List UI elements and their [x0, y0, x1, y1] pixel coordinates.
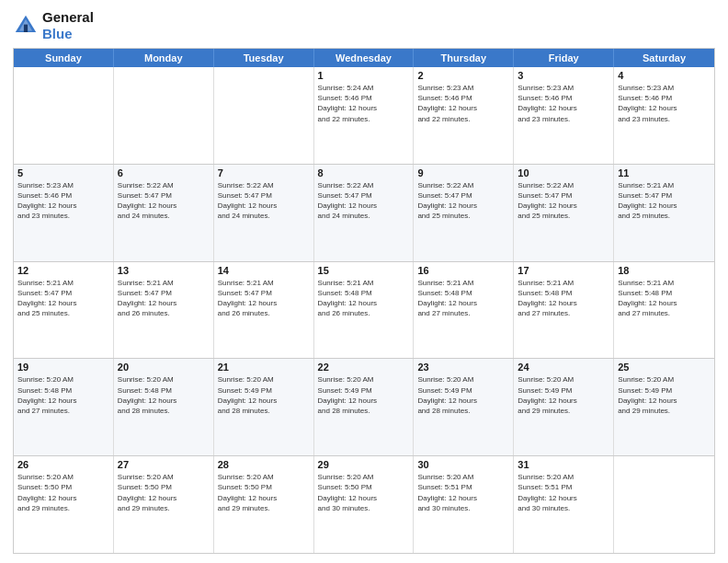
- day-info: Sunrise: 5:22 AM Sunset: 5:47 PM Dayligh…: [518, 180, 609, 222]
- logo-text: General Blue: [42, 9, 94, 42]
- day-header-saturday: Saturday: [614, 49, 714, 67]
- day-cell-31: 31Sunrise: 5:20 AM Sunset: 5:51 PM Dayli…: [514, 456, 614, 553]
- day-header-thursday: Thursday: [414, 49, 514, 67]
- day-info: Sunrise: 5:21 AM Sunset: 5:47 PM Dayligh…: [17, 278, 109, 319]
- day-cell-23: 23Sunrise: 5:20 AM Sunset: 5:49 PM Dayli…: [414, 359, 514, 455]
- svg-rect-2: [24, 25, 28, 32]
- day-cell-25: 25Sunrise: 5:20 AM Sunset: 5:49 PM Dayli…: [614, 359, 714, 455]
- empty-cell: [114, 67, 214, 164]
- day-info: Sunrise: 5:22 AM Sunset: 5:47 PM Dayligh…: [218, 180, 310, 222]
- day-number: 27: [118, 459, 210, 470]
- day-cell-20: 20Sunrise: 5:20 AM Sunset: 5:48 PM Dayli…: [114, 359, 214, 455]
- day-number: 26: [17, 459, 109, 470]
- day-info: Sunrise: 5:21 AM Sunset: 5:48 PM Dayligh…: [417, 278, 509, 319]
- page: General Blue SundayMondayTuesdayWednesda…: [0, 0, 728, 563]
- day-cell-27: 27Sunrise: 5:20 AM Sunset: 5:50 PM Dayli…: [114, 456, 214, 553]
- day-info: Sunrise: 5:21 AM Sunset: 5:48 PM Dayligh…: [318, 278, 410, 319]
- day-header-monday: Monday: [114, 49, 214, 67]
- day-number: 7: [218, 167, 310, 178]
- day-number: 23: [417, 362, 509, 373]
- day-cell-24: 24Sunrise: 5:20 AM Sunset: 5:49 PM Dayli…: [514, 359, 614, 455]
- empty-cell: [14, 67, 114, 164]
- day-cell-21: 21Sunrise: 5:20 AM Sunset: 5:49 PM Dayli…: [214, 359, 314, 455]
- day-number: 15: [318, 265, 410, 276]
- day-cell-15: 15Sunrise: 5:21 AM Sunset: 5:48 PM Dayli…: [314, 262, 415, 359]
- day-info: Sunrise: 5:23 AM Sunset: 5:46 PM Dayligh…: [518, 83, 609, 124]
- day-cell-17: 17Sunrise: 5:21 AM Sunset: 5:48 PM Dayli…: [514, 262, 614, 359]
- day-info: Sunrise: 5:24 AM Sunset: 5:46 PM Dayligh…: [318, 83, 410, 124]
- day-number: 22: [318, 362, 410, 373]
- day-info: Sunrise: 5:20 AM Sunset: 5:50 PM Dayligh…: [218, 472, 310, 513]
- calendar: SundayMondayTuesdayWednesdayThursdayFrid…: [13, 48, 715, 554]
- day-number: 31: [518, 459, 609, 470]
- day-number: 30: [417, 459, 509, 470]
- day-info: Sunrise: 5:21 AM Sunset: 5:47 PM Dayligh…: [218, 278, 310, 319]
- day-info: Sunrise: 5:21 AM Sunset: 5:48 PM Dayligh…: [618, 278, 711, 319]
- day-cell-10: 10Sunrise: 5:22 AM Sunset: 5:47 PM Dayli…: [514, 165, 614, 261]
- day-headers: SundayMondayTuesdayWednesdayThursdayFrid…: [14, 49, 714, 67]
- logo-icon: [13, 13, 39, 39]
- day-cell-12: 12Sunrise: 5:21 AM Sunset: 5:47 PM Dayli…: [14, 262, 114, 359]
- day-number: 16: [417, 265, 509, 276]
- day-number: 17: [518, 265, 609, 276]
- day-cell-26: 26Sunrise: 5:20 AM Sunset: 5:50 PM Dayli…: [14, 456, 114, 553]
- day-number: 1: [318, 70, 410, 81]
- day-header-wednesday: Wednesday: [314, 49, 415, 67]
- day-cell-6: 6Sunrise: 5:22 AM Sunset: 5:47 PM Daylig…: [114, 165, 214, 261]
- day-info: Sunrise: 5:21 AM Sunset: 5:47 PM Dayligh…: [618, 180, 711, 222]
- day-number: 29: [318, 459, 410, 470]
- day-info: Sunrise: 5:22 AM Sunset: 5:47 PM Dayligh…: [318, 180, 410, 222]
- day-cell-11: 11Sunrise: 5:21 AM Sunset: 5:47 PM Dayli…: [614, 165, 714, 261]
- day-header-tuesday: Tuesday: [214, 49, 314, 67]
- day-number: 2: [417, 70, 509, 81]
- day-info: Sunrise: 5:20 AM Sunset: 5:51 PM Dayligh…: [518, 472, 609, 513]
- day-cell-13: 13Sunrise: 5:21 AM Sunset: 5:47 PM Dayli…: [114, 262, 214, 359]
- day-cell-19: 19Sunrise: 5:20 AM Sunset: 5:48 PM Dayli…: [14, 359, 114, 455]
- day-cell-4: 4Sunrise: 5:23 AM Sunset: 5:46 PM Daylig…: [614, 67, 714, 164]
- day-info: Sunrise: 5:21 AM Sunset: 5:48 PM Dayligh…: [518, 278, 609, 319]
- day-cell-3: 3Sunrise: 5:23 AM Sunset: 5:46 PM Daylig…: [514, 67, 614, 164]
- day-info: Sunrise: 5:20 AM Sunset: 5:51 PM Dayligh…: [417, 472, 509, 513]
- day-number: 25: [618, 362, 711, 373]
- day-number: 28: [218, 459, 310, 470]
- day-number: 4: [618, 70, 711, 81]
- day-number: 24: [518, 362, 609, 373]
- day-info: Sunrise: 5:20 AM Sunset: 5:49 PM Dayligh…: [618, 374, 711, 416]
- day-header-sunday: Sunday: [14, 49, 114, 67]
- day-info: Sunrise: 5:22 AM Sunset: 5:47 PM Dayligh…: [417, 180, 509, 222]
- day-cell-2: 2Sunrise: 5:23 AM Sunset: 5:46 PM Daylig…: [414, 67, 514, 164]
- week-row-2: 5Sunrise: 5:23 AM Sunset: 5:46 PM Daylig…: [14, 164, 714, 261]
- day-number: 18: [618, 265, 711, 276]
- day-cell-5: 5Sunrise: 5:23 AM Sunset: 5:46 PM Daylig…: [14, 165, 114, 261]
- day-number: 20: [118, 362, 210, 373]
- day-cell-8: 8Sunrise: 5:22 AM Sunset: 5:47 PM Daylig…: [314, 165, 415, 261]
- day-cell-30: 30Sunrise: 5:20 AM Sunset: 5:51 PM Dayli…: [414, 456, 514, 553]
- day-cell-16: 16Sunrise: 5:21 AM Sunset: 5:48 PM Dayli…: [414, 262, 514, 359]
- day-info: Sunrise: 5:20 AM Sunset: 5:50 PM Dayligh…: [118, 472, 210, 513]
- day-info: Sunrise: 5:20 AM Sunset: 5:49 PM Dayligh…: [417, 374, 509, 416]
- day-header-friday: Friday: [514, 49, 614, 67]
- day-number: 11: [618, 167, 711, 178]
- day-number: 13: [118, 265, 210, 276]
- week-row-3: 12Sunrise: 5:21 AM Sunset: 5:47 PM Dayli…: [14, 261, 714, 359]
- day-info: Sunrise: 5:20 AM Sunset: 5:49 PM Dayligh…: [218, 374, 310, 416]
- day-info: Sunrise: 5:20 AM Sunset: 5:49 PM Dayligh…: [518, 374, 609, 416]
- day-cell-18: 18Sunrise: 5:21 AM Sunset: 5:48 PM Dayli…: [614, 262, 714, 359]
- week-row-1: 1Sunrise: 5:24 AM Sunset: 5:46 PM Daylig…: [14, 67, 714, 164]
- day-number: 10: [518, 167, 609, 178]
- day-number: 19: [17, 362, 109, 373]
- calendar-body: 1Sunrise: 5:24 AM Sunset: 5:46 PM Daylig…: [14, 67, 714, 553]
- day-number: 12: [17, 265, 109, 276]
- day-info: Sunrise: 5:23 AM Sunset: 5:46 PM Dayligh…: [17, 180, 109, 222]
- day-cell-29: 29Sunrise: 5:20 AM Sunset: 5:50 PM Dayli…: [314, 456, 415, 553]
- header: General Blue: [13, 9, 715, 42]
- day-number: 3: [518, 70, 609, 81]
- day-info: Sunrise: 5:23 AM Sunset: 5:46 PM Dayligh…: [417, 83, 509, 124]
- day-number: 6: [118, 167, 210, 178]
- day-cell-22: 22Sunrise: 5:20 AM Sunset: 5:49 PM Dayli…: [314, 359, 415, 455]
- logo: General Blue: [13, 9, 94, 42]
- empty-cell: [214, 67, 314, 164]
- day-info: Sunrise: 5:21 AM Sunset: 5:47 PM Dayligh…: [118, 278, 210, 319]
- day-number: 5: [17, 167, 109, 178]
- day-info: Sunrise: 5:20 AM Sunset: 5:49 PM Dayligh…: [318, 374, 410, 416]
